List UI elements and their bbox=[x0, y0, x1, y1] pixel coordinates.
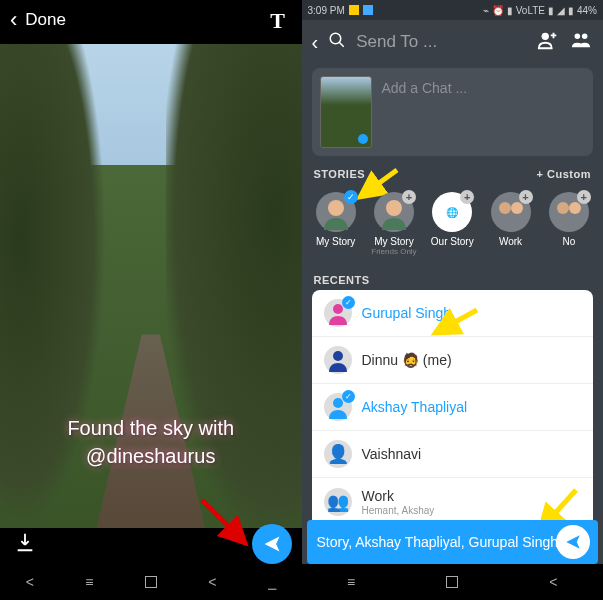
android-nav-bar-2: ≡ < bbox=[302, 564, 604, 600]
story-label: No bbox=[562, 236, 575, 247]
send-recipients-text: Story, Akshay Thapliyal, Gurupal Singh bbox=[317, 534, 559, 550]
stories-heading: STORIES bbox=[314, 168, 366, 180]
nav-back-icon[interactable]: < bbox=[549, 574, 557, 590]
avatar-icon bbox=[324, 346, 352, 374]
groups-icon[interactable] bbox=[569, 29, 593, 56]
story-sublabel: Friends Only bbox=[371, 247, 416, 256]
snap-thumbnail[interactable] bbox=[320, 76, 372, 148]
recent-name: Vaishnavi bbox=[362, 446, 422, 462]
svg-point-4 bbox=[542, 32, 549, 39]
status-battery: 44% bbox=[577, 5, 597, 16]
svg-point-6 bbox=[582, 33, 588, 39]
done-button[interactable]: ‹ Done bbox=[10, 7, 66, 33]
story-label: Our Story bbox=[431, 236, 474, 247]
text-tool-icon[interactable]: T bbox=[270, 8, 285, 34]
recent-item[interactable]: Dinnu 🧔 (me) bbox=[312, 337, 594, 384]
done-label: Done bbox=[25, 10, 66, 30]
add-friend-icon[interactable] bbox=[537, 29, 559, 56]
svg-point-15 bbox=[333, 398, 343, 408]
svg-point-10 bbox=[511, 202, 523, 214]
send-confirmation-bar[interactable]: Story, Akshay Thapliyal, Gurupal Singh bbox=[307, 520, 599, 564]
svg-point-14 bbox=[333, 351, 343, 361]
recent-name: Work bbox=[362, 488, 394, 504]
recents-heading: RECENTS bbox=[314, 274, 370, 286]
avatar-icon: 👥 bbox=[324, 488, 352, 516]
story-my-story[interactable]: My Story bbox=[310, 192, 362, 256]
svg-point-13 bbox=[333, 304, 343, 314]
caption-line2: @dineshaurus bbox=[20, 442, 282, 470]
search-input[interactable]: Send To ... bbox=[356, 32, 527, 52]
status-volte: VoLTE bbox=[516, 5, 545, 16]
status-bt2-icon: ⌁ bbox=[483, 5, 489, 16]
editor-bottombar bbox=[0, 524, 302, 564]
svg-point-7 bbox=[328, 200, 344, 216]
status-bt-icon bbox=[363, 5, 373, 15]
status-signal2-icon: ▮ bbox=[548, 5, 554, 16]
status-app-icon bbox=[349, 5, 359, 15]
save-icon[interactable] bbox=[14, 531, 36, 557]
stories-row: My Story My Story Friends Only 🌐 Our Sto… bbox=[302, 184, 604, 266]
search-icon[interactable] bbox=[328, 31, 346, 54]
avatar-icon bbox=[324, 299, 352, 327]
story-work[interactable]: Work bbox=[484, 192, 536, 256]
status-wifi-icon: ◢ bbox=[557, 5, 565, 16]
story-label: Work bbox=[499, 236, 522, 247]
svg-point-8 bbox=[386, 200, 402, 216]
recent-item[interactable]: Akshay Thapliyal bbox=[312, 384, 594, 431]
recent-name: Gurupal Singh bbox=[362, 305, 452, 321]
custom-story-button[interactable]: + Custom bbox=[537, 168, 591, 180]
nav-recents-icon[interactable]: ≡ bbox=[85, 574, 93, 590]
recents-section-header: RECENTS bbox=[302, 266, 604, 290]
editor-topbar: ‹ Done bbox=[0, 0, 302, 40]
recent-item[interactable]: Gurupal Singh bbox=[312, 290, 594, 337]
chevron-left-icon: ‹ bbox=[10, 7, 17, 33]
add-chat-input[interactable]: Add a Chat ... bbox=[382, 76, 586, 148]
story-label: My Story bbox=[316, 236, 355, 247]
recent-item[interactable]: 👥 Work Hemant, Akshay bbox=[312, 478, 594, 526]
status-signal-icon: ▮ bbox=[507, 5, 513, 16]
status-alarm-icon: ⏰ bbox=[492, 5, 504, 16]
status-bar: 3:09 PM ⌁ ⏰ ▮ VoLTE ▮ ◢ ▮ 44% bbox=[302, 0, 604, 20]
caption-line1: Found the sky with bbox=[20, 414, 282, 442]
send-to-header: ‹ Send To ... bbox=[302, 20, 604, 64]
globe-icon: 🌐 bbox=[432, 192, 472, 232]
recent-sub: Hemant, Akshay bbox=[362, 505, 435, 516]
svg-point-9 bbox=[499, 202, 511, 214]
nav-recents-icon[interactable]: ≡ bbox=[347, 574, 355, 590]
status-time: 3:09 PM bbox=[308, 5, 345, 16]
avatar-icon: 👤 bbox=[324, 440, 352, 468]
nav-extra-icon[interactable]: ⎯ bbox=[268, 574, 276, 590]
send-snap-button[interactable] bbox=[252, 524, 292, 564]
stories-section: STORIES + Custom bbox=[302, 160, 604, 184]
nav-back-icon[interactable]: < bbox=[208, 574, 216, 590]
svg-point-3 bbox=[330, 33, 341, 44]
avatar-icon bbox=[324, 393, 352, 421]
recent-item[interactable]: 👤 Vaishnavi bbox=[312, 431, 594, 478]
recent-name: Dinnu 🧔 (me) bbox=[362, 352, 452, 368]
snap-preview-card: Add a Chat ... bbox=[312, 68, 594, 156]
send-go-button[interactable] bbox=[556, 525, 590, 559]
snap-editor-screen: ‹ Done T bbox=[0, 0, 302, 600]
android-nav-bar: < ≡ < ⎯ bbox=[0, 564, 302, 600]
story-our-story[interactable]: 🌐 Our Story bbox=[426, 192, 478, 256]
svg-point-11 bbox=[557, 202, 569, 214]
recent-name: Akshay Thapliyal bbox=[362, 399, 468, 415]
back-button[interactable]: ‹ bbox=[312, 31, 319, 54]
snap-caption[interactable]: Found the sky with @dineshaurus bbox=[0, 414, 302, 470]
status-battery-icon: ▮ bbox=[568, 5, 574, 16]
nav-home-icon[interactable] bbox=[145, 576, 157, 588]
svg-point-12 bbox=[569, 202, 581, 214]
story-label: My Story bbox=[374, 236, 413, 247]
svg-point-5 bbox=[575, 33, 581, 39]
story-my-story-friends[interactable]: My Story Friends Only bbox=[368, 192, 420, 256]
nav-home-icon[interactable] bbox=[446, 576, 458, 588]
send-to-screen: 3:09 PM ⌁ ⏰ ▮ VoLTE ▮ ◢ ▮ 44% ‹ Send To … bbox=[302, 0, 604, 600]
story-no[interactable]: No bbox=[543, 192, 595, 256]
share-icon[interactable]: < bbox=[26, 574, 34, 590]
